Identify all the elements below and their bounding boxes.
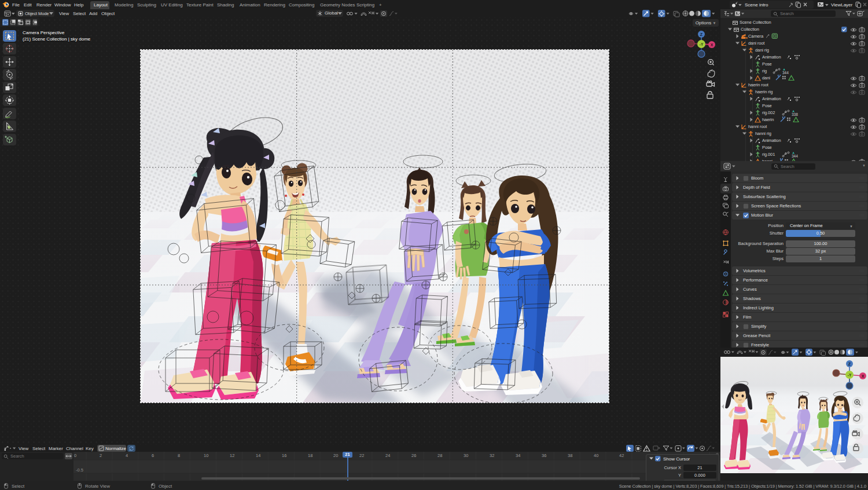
- svg-text:-Y: -Y: [700, 42, 704, 46]
- svg-text:42: 42: [619, 453, 624, 458]
- svg-text:32: 32: [490, 453, 494, 458]
- svg-text:14: 14: [256, 453, 260, 458]
- svg-text:Z: Z: [848, 362, 851, 366]
- svg-text:12: 12: [230, 453, 234, 458]
- svg-text:344: 344: [782, 71, 789, 75]
- svg-text:X: X: [711, 43, 713, 47]
- svg-text:40: 40: [594, 453, 598, 458]
- svg-text:0: 0: [74, 453, 76, 458]
- svg-text:30: 30: [464, 453, 468, 458]
- svg-text:22: 22: [359, 453, 364, 458]
- svg-text:26: 26: [411, 453, 416, 458]
- svg-text:4: 4: [126, 453, 128, 458]
- svg-text:6: 6: [152, 453, 154, 458]
- svg-text:36: 36: [542, 453, 546, 458]
- svg-text:-Y: -Y: [848, 373, 852, 377]
- svg-text:338: 338: [792, 112, 798, 116]
- svg-text:16: 16: [282, 453, 286, 458]
- svg-text:34: 34: [516, 453, 520, 458]
- svg-text:2: 2: [100, 453, 102, 458]
- svg-text:344: 344: [792, 154, 798, 158]
- svg-text:8: 8: [178, 453, 180, 458]
- svg-text:28: 28: [437, 453, 442, 458]
- svg-text:18: 18: [308, 453, 312, 458]
- svg-text:10: 10: [204, 453, 208, 458]
- svg-text:X: X: [862, 374, 865, 378]
- svg-text:Z: Z: [700, 32, 703, 36]
- svg-text:24: 24: [385, 453, 390, 458]
- svg-text:38: 38: [568, 453, 572, 458]
- svg-text:20: 20: [333, 453, 338, 458]
